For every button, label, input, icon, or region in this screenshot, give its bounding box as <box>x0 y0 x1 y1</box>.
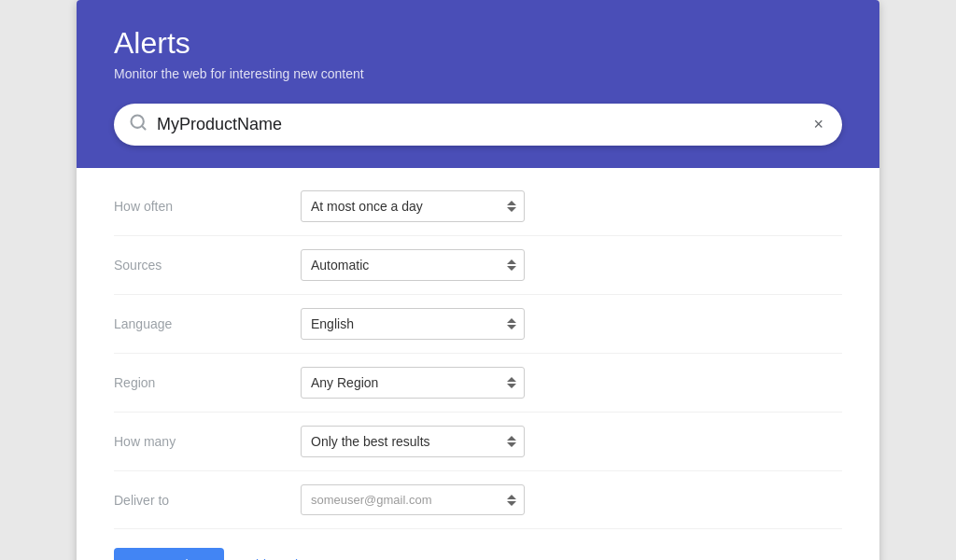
deliver-to-select[interactable]: someuser@gmail.com <box>301 484 525 515</box>
how-often-label: How often <box>114 199 301 214</box>
sources-select[interactable]: Automatic News Blogs Web Video Books Dis… <box>301 249 525 281</box>
region-row: Region Any Region United States United K… <box>114 354 842 413</box>
sources-label: Sources <box>114 258 301 273</box>
header-section: Alerts Monitor the web for interesting n… <box>77 0 879 104</box>
search-icon <box>129 113 148 136</box>
search-input[interactable] <box>157 115 809 134</box>
how-often-row: How often At most once a day At most onc… <box>114 177 842 236</box>
sources-row: Sources Automatic News Blogs Web Video B… <box>114 236 842 295</box>
alerts-page: Alerts Monitor the web for interesting n… <box>77 0 879 560</box>
region-label: Region <box>114 375 301 390</box>
clear-icon[interactable]: × <box>809 113 827 136</box>
create-alert-button[interactable]: Create Alert <box>114 548 224 560</box>
page-subtitle: Monitor the web for interesting new cont… <box>114 66 842 81</box>
how-many-select[interactable]: Only the best results All results <box>301 426 525 457</box>
how-often-select[interactable]: At most once a day At most once a week A… <box>301 190 525 222</box>
search-bar: × <box>114 104 842 146</box>
language-select[interactable]: English Spanish French German Italian <box>301 308 525 340</box>
region-select[interactable]: Any Region United States United Kingdom … <box>301 367 525 399</box>
language-label: Language <box>114 316 301 331</box>
page-title: Alerts <box>114 26 842 61</box>
deliver-to-label: Deliver to <box>114 493 301 508</box>
footer-actions: Create Alert Hide options <box>114 529 842 560</box>
options-section: How often At most once a day At most onc… <box>77 168 879 560</box>
deliver-to-row: Deliver to someuser@gmail.com <box>114 471 842 529</box>
svg-line-1 <box>142 126 146 130</box>
how-many-row: How many Only the best results All resul… <box>114 413 842 471</box>
how-many-label: How many <box>114 434 301 449</box>
language-row: Language English Spanish French German I… <box>114 295 842 354</box>
search-bar-wrapper: × <box>77 104 879 168</box>
